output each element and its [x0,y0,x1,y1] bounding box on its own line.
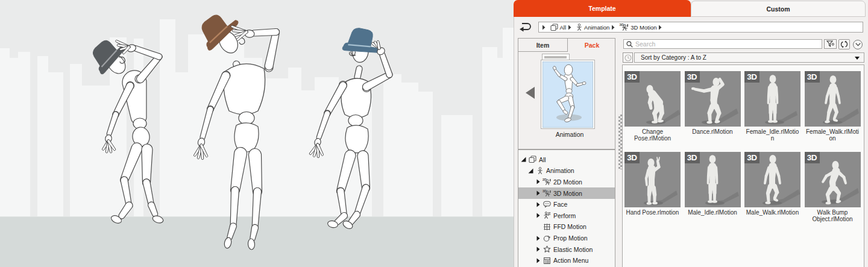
svg-text:3D: 3D [619,23,623,27]
svg-text:3D: 3D [542,189,547,193]
svg-text:2D: 2D [542,178,547,181]
